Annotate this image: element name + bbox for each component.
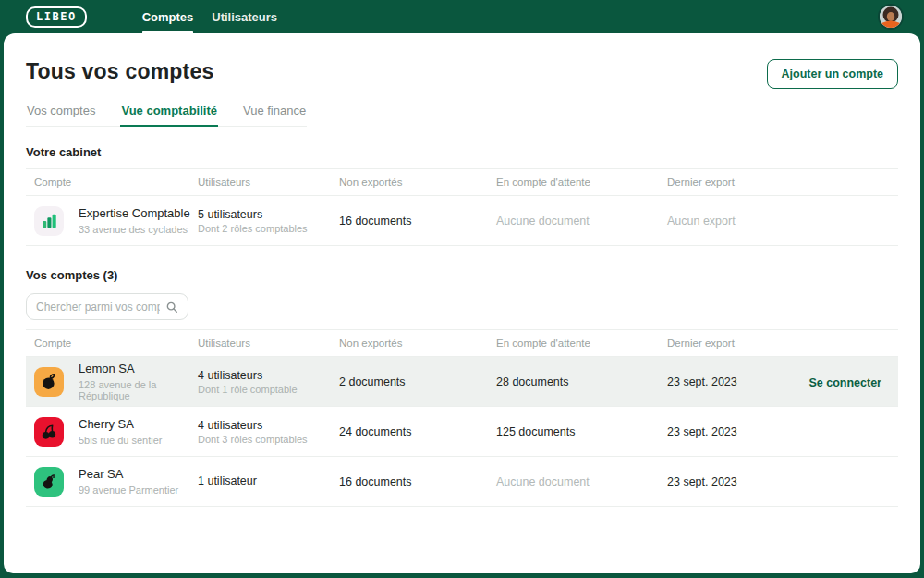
main-content-card: Tous vos comptes Ajouter un compte Vos c…: [4, 33, 920, 573]
account-name: Lemon SA: [79, 362, 198, 376]
column-header-dernier-export: Dernier export: [667, 177, 796, 188]
column-header-utilisateurs: Utilisateurs: [198, 338, 339, 349]
view-tabs: Vos comptes Vue comptabilité Vue finance: [26, 104, 307, 127]
tab-vue-finance[interactable]: Vue finance: [242, 104, 307, 126]
top-navigation: Comptes Utilisateurs: [142, 0, 277, 33]
page-title: Tous vos comptes: [26, 59, 213, 84]
bar-chart-icon: [34, 206, 64, 236]
account-name: Cherry SA: [79, 417, 163, 432]
attente-value: Aucune document: [496, 215, 667, 228]
avatar-image: [880, 6, 902, 28]
column-header-non-exportes: Non exportés: [339, 338, 496, 349]
table-row-cabinet[interactable]: Expertise Comptable 33 avenue des cyclad…: [26, 196, 898, 246]
cabinet-table-header: Compte Utilisateurs Non exportés En comp…: [26, 168, 898, 196]
tab-vos-comptes[interactable]: Vos comptes: [26, 104, 96, 126]
users-roles: Dont 2 rôles comptables: [198, 223, 339, 234]
lemon-icon: [34, 367, 64, 397]
cabinet-section-title: Votre cabinet: [26, 145, 898, 159]
non-exportes-value: 16 documents: [339, 475, 496, 488]
attente-value: 28 documents: [496, 375, 667, 388]
tab-vue-comptabilite[interactable]: Vue comptabilité: [120, 104, 218, 126]
search-icon: [165, 301, 178, 314]
users-count: 4 utilisateurs: [198, 419, 339, 432]
nav-item-utilisateurs[interactable]: Utilisateurs: [212, 0, 277, 33]
dernier-export-value: 23 sept. 2023: [667, 375, 796, 388]
column-header-compte: Compte: [26, 177, 198, 188]
dernier-export-value: 23 sept. 2023: [667, 475, 796, 488]
account-address: 128 avenue de la République: [79, 379, 198, 401]
table-row-lemon[interactable]: Lemon SA 128 avenue de la République 4 u…: [26, 357, 898, 407]
cherry-icon: [34, 417, 64, 447]
users-count: 4 utilisateurs: [198, 369, 339, 382]
libeo-logo: LIBEO: [26, 6, 87, 28]
accounts-table-header: Compte Utilisateurs Non exportés En comp…: [26, 329, 898, 357]
column-header-attente: En compte d'attente: [496, 177, 667, 188]
column-header-utilisateurs: Utilisateurs: [198, 177, 339, 188]
column-header-non-exportes: Non exportés: [339, 177, 496, 188]
add-account-button[interactable]: Ajouter un compte: [767, 59, 898, 89]
column-header-dernier-export: Dernier export: [667, 338, 796, 349]
attente-value: Aucune document: [496, 475, 667, 488]
users-roles: Dont 3 rôles comptables: [198, 434, 339, 445]
nav-item-comptes[interactable]: Comptes: [142, 0, 194, 33]
user-avatar[interactable]: [878, 4, 904, 30]
users-count: 1 utilisateur: [198, 474, 339, 487]
pear-icon: [34, 467, 64, 497]
dernier-export-value: Aucun export: [667, 215, 796, 228]
table-row-pear[interactable]: Pear SA 99 avenue Parmentier 1 utilisate…: [26, 457, 898, 507]
non-exportes-value: 2 documents: [339, 375, 496, 388]
search-input[interactable]: [36, 301, 160, 314]
account-address: 33 avenue des cyclades: [79, 224, 190, 235]
non-exportes-value: 24 documents: [339, 425, 496, 438]
dernier-export-value: 23 sept. 2023: [667, 425, 796, 438]
column-header-attente: En compte d'attente: [496, 338, 667, 349]
account-name: Pear SA: [79, 467, 178, 482]
accounts-section-title: Vos comptes (3): [26, 268, 898, 282]
users-count: 5 utilisateurs: [198, 208, 339, 221]
account-name: Expertise Comptable: [79, 206, 190, 221]
account-address: 99 avenue Parmentier: [79, 485, 178, 496]
users-roles: Dont 1 rôle comptable: [198, 384, 339, 395]
attente-value: 125 documents: [496, 425, 667, 438]
column-header-compte: Compte: [26, 338, 198, 349]
table-row-cherry[interactable]: Cherry SA 5bis rue du sentier 4 utilisat…: [26, 407, 898, 457]
search-accounts-box[interactable]: [26, 293, 188, 320]
account-address: 5bis rue du sentier: [79, 435, 163, 446]
app-header: LIBEO Comptes Utilisateurs: [0, 0, 924, 33]
connect-link[interactable]: Se connecter: [808, 376, 881, 389]
non-exportes-value: 16 documents: [339, 215, 496, 228]
